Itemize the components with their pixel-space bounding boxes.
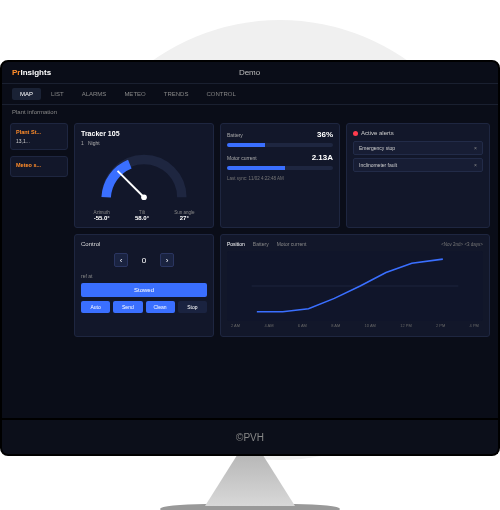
control-value: 0 — [134, 256, 154, 265]
nav-tabs: MAP LIST ALARMS METEO TRENDS CONTROL — [2, 84, 498, 105]
alert-item[interactable]: Inclinometer fault × — [353, 158, 483, 172]
send-button[interactable]: Send — [113, 301, 142, 313]
footer-brand: ©PVH — [236, 432, 264, 443]
svg-point-1 — [141, 194, 147, 200]
tab-list[interactable]: LIST — [43, 88, 72, 100]
motor-value: 2.13A — [312, 153, 333, 162]
motor-label: Motor current — [227, 155, 257, 161]
subheader: Plant information — [2, 105, 498, 119]
tab-trends[interactable]: TRENDS — [156, 88, 197, 100]
alerts-title: Active alerts — [361, 130, 394, 136]
battery-bar — [227, 143, 333, 147]
decrement-button[interactable]: ‹ — [114, 253, 128, 267]
line-chart — [227, 251, 483, 321]
close-icon[interactable]: × — [474, 162, 477, 168]
alerts-card: Active alerts Emergency stop × Inclinome… — [346, 123, 490, 228]
close-icon[interactable]: × — [474, 145, 477, 151]
clean-button[interactable]: Clean — [146, 301, 175, 313]
sidebar-plant-title: Plant St... — [16, 129, 62, 135]
stat-azimuth: Azimuth -55.0° — [94, 210, 110, 221]
chart-tab-position[interactable]: Position — [227, 241, 245, 247]
chart-date-range[interactable]: <Nov 2nd> <3 days> — [441, 242, 483, 247]
sidebar-meteo-card[interactable]: Meteo s... — [10, 156, 68, 177]
chart-tab-battery[interactable]: Battery — [253, 241, 269, 247]
control-title: Control — [81, 241, 207, 247]
monitor-chin: ©PVH — [0, 420, 500, 456]
sidebar-meteo-title: Meteo s... — [16, 162, 62, 168]
tab-map[interactable]: MAP — [12, 88, 41, 100]
app-header: PrInsights Demo — [2, 62, 498, 84]
alert-dot-icon — [353, 131, 358, 136]
control-ref-label: ref at — [81, 273, 207, 279]
motor-bar — [227, 166, 333, 170]
metrics-card: Battery 36% Motor current 2.13A Last syn… — [220, 123, 340, 228]
tab-meteo[interactable]: METEO — [116, 88, 153, 100]
logo: PrInsights — [12, 68, 51, 77]
sidebar-plant-card[interactable]: Plant St... 13,1... — [10, 123, 68, 150]
tab-control[interactable]: CONTROL — [198, 88, 243, 100]
control-card: Control ‹ 0 › ref at Stowed Auto Send Cl… — [74, 234, 214, 337]
last-sync: Last sync: 11/02 4:22:48 AM — [227, 176, 333, 181]
tracker-gauge-card: Tracker 105 1 Night — [74, 123, 214, 228]
tracker-name: Tracker 105 — [81, 130, 207, 137]
stat-sun: Sun angle 27° — [174, 210, 194, 221]
increment-button[interactable]: › — [160, 253, 174, 267]
stowed-button[interactable]: Stowed — [81, 283, 207, 297]
battery-value: 36% — [317, 130, 333, 139]
alert-item[interactable]: Emergency stop × — [353, 141, 483, 155]
gauge-icon — [94, 150, 194, 202]
svg-line-0 — [118, 171, 144, 197]
auto-button[interactable]: Auto — [81, 301, 110, 313]
battery-label: Battery — [227, 132, 243, 138]
stop-button[interactable]: Stop — [178, 301, 207, 313]
chart-tab-motor[interactable]: Motor current — [277, 241, 307, 247]
tab-alarms[interactable]: ALARMS — [74, 88, 115, 100]
page-title: Demo — [51, 68, 448, 77]
chart-x-axis: 2 AM 4 AM 6 AM 8 AM 10 AM 12 PM 2 PM 4 P… — [227, 321, 483, 330]
trend-chart-card: Position Battery Motor current <Nov 2nd>… — [220, 234, 490, 337]
stat-tilt: Tilt 58.0° — [135, 210, 149, 221]
sidebar-plant-value: 13,1... — [16, 138, 62, 144]
